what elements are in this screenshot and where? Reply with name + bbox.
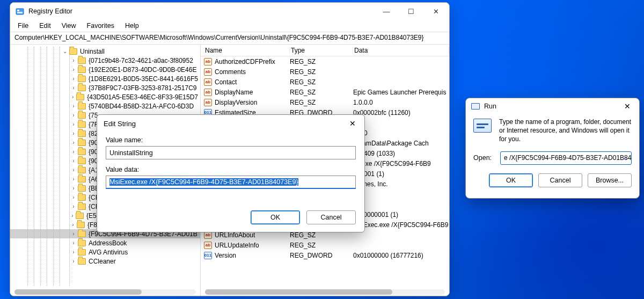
cancel-button[interactable]: Cancel: [306, 210, 356, 224]
expander-icon[interactable]: ›: [70, 112, 77, 118]
value-data: Games, Inc.: [353, 180, 449, 188]
address-bar[interactable]: Computer\HKEY_LOCAL_MACHINE\SOFTWARE\Mic…: [10, 32, 449, 45]
tree-label: {5740BD44-B58D-321A-AFC0-6D3D: [89, 103, 194, 110]
titlebar[interactable]: Registry Editor — ☐ ✕: [10, 3, 449, 20]
col-type[interactable]: Type: [290, 47, 353, 54]
expander-icon[interactable]: ›: [70, 222, 76, 228]
string-value-icon: ab: [204, 99, 212, 106]
tree-label: {1D8E6291-B0D5-35EC-8441-6616F5: [89, 75, 198, 83]
tree-node[interactable]: ›CCleaner: [10, 257, 200, 266]
expander-icon[interactable]: ›: [70, 103, 77, 109]
chevron-down-icon[interactable]: ⌄: [623, 155, 628, 162]
folder-icon: [78, 103, 86, 110]
expander-icon[interactable]: ›: [70, 203, 77, 209]
value-row[interactable]: 011VersionREG_DWORD0x01000000 (16777216): [201, 250, 449, 260]
value-name-input[interactable]: [106, 146, 356, 159]
value-name-cell: abComments: [204, 68, 290, 76]
value-name-cell: 011Version: [204, 252, 290, 259]
value-name-cell: abDisplayVersion: [204, 99, 290, 106]
ok-button[interactable]: OK: [251, 210, 300, 224]
expander-icon[interactable]: ›: [70, 76, 77, 82]
expander-icon[interactable]: ›: [70, 240, 77, 246]
value-data-input[interactable]: MsiExec.exe /X{F9C5C994-F6B9-4D75-B3E7-A…: [106, 176, 356, 189]
tree-node[interactable]: ›{192E20E1-D873-40DC-9D0B-0E46E: [10, 65, 200, 74]
menu-help[interactable]: Help: [121, 21, 143, 31]
value-type: REG_SZ: [290, 99, 353, 106]
dialog-close-button[interactable]: ✕: [344, 116, 361, 130]
value-row[interactable]: abURLUpdateInfoREG_SZ: [201, 240, 449, 250]
run-title-icon: [471, 103, 480, 110]
expander-icon[interactable]: ›: [70, 94, 75, 100]
menu-file[interactable]: File: [13, 21, 33, 31]
minimize-button[interactable]: —: [374, 3, 399, 20]
folder-icon: [78, 249, 86, 256]
value-row[interactable]: abDisplayVersionREG_SZ1.0.0.0: [201, 97, 449, 107]
run-browse-button[interactable]: Browse...: [588, 173, 632, 187]
value-name: DisplayName: [215, 89, 253, 96]
tree-node[interactable]: ›{071c9b48-7c32-4621-a0ac-3f80952: [10, 56, 200, 65]
expander-icon[interactable]: ›: [70, 85, 77, 91]
expander-icon[interactable]: ⌄: [62, 48, 68, 54]
col-data[interactable]: Data: [353, 47, 449, 54]
value-data: 0x01000000 (16777216): [353, 252, 449, 259]
expander-icon[interactable]: ›: [70, 194, 77, 200]
tree-node[interactable]: ›AVG Antivirus: [10, 247, 200, 257]
folder-icon: [76, 94, 84, 100]
run-cancel-button[interactable]: Cancel: [538, 173, 582, 187]
tree-h-scrollbar[interactable]: [14, 289, 196, 295]
expander-icon[interactable]: ›: [70, 249, 77, 255]
tree-node[interactable]: ›{37B8F9C7-03FB-3253-8781-2517C9: [10, 83, 200, 92]
tree-node[interactable]: ›{5740BD44-B58D-321A-AFC0-6D3D: [10, 101, 200, 111]
run-icon: [473, 119, 492, 133]
expander-icon[interactable]: ›: [70, 231, 77, 237]
expander-icon[interactable]: ›: [70, 258, 77, 264]
dialog-title: Edit String: [104, 120, 344, 128]
edit-string-dialog: Edit String ✕ Value name: Value data: Ms…: [97, 114, 365, 232]
expander-icon[interactable]: ›: [70, 67, 77, 72]
expander-icon[interactable]: ›: [70, 158, 77, 164]
expander-icon[interactable]: ›: [70, 167, 77, 173]
menubar: File Edit View Favorites Help: [10, 20, 449, 32]
folder-icon: [78, 130, 86, 137]
expander-icon[interactable]: ›: [70, 185, 77, 191]
value-type: REG_SZ: [290, 78, 353, 86]
run-description: Type the name of a program, folder, docu…: [499, 118, 632, 144]
folder-icon: [78, 185, 86, 192]
value-row[interactable]: abCommentsREG_SZ: [201, 67, 449, 77]
value-row[interactable]: abContactREG_SZ: [201, 77, 449, 87]
tree-node[interactable]: ›{43D501A5-E5E3-46EC-8F33-9E15D7: [10, 92, 200, 101]
expander-icon[interactable]: ›: [70, 130, 77, 136]
value-data: ogramData\Package Cach: [353, 140, 449, 147]
run-close-button[interactable]: ✕: [619, 99, 636, 113]
folder-icon: [78, 176, 86, 183]
expander-icon[interactable]: ›: [70, 149, 77, 155]
open-combobox[interactable]: e /X{F9C5C994-F6B9-4D75-B3E7-AD01B84073E…: [500, 151, 632, 165]
value-name: URLUpdateInfo: [215, 242, 259, 249]
folder-icon: [78, 231, 86, 237]
expander-icon[interactable]: ›: [70, 176, 77, 182]
tree-node[interactable]: ›AddressBook: [10, 238, 200, 247]
expander-icon[interactable]: ›: [70, 57, 77, 63]
values-header[interactable]: Name Type Data: [201, 45, 449, 56]
value-row[interactable]: abAuthorizedCDFPrefixREG_SZ: [201, 56, 449, 67]
folder-icon: [78, 85, 86, 91]
menu-view[interactable]: View: [57, 21, 80, 31]
maximize-button[interactable]: ☐: [399, 3, 423, 20]
col-name[interactable]: Name: [204, 47, 290, 54]
menu-edit[interactable]: Edit: [35, 21, 55, 31]
close-button[interactable]: ✕: [423, 3, 448, 20]
value-name: Comments: [215, 68, 246, 76]
value-row[interactable]: abDisplayNameREG_SZEpic Games Launcher P…: [201, 87, 449, 97]
menu-favorites[interactable]: Favorites: [83, 21, 119, 31]
svg-rect-0: [16, 9, 24, 14]
values-h-scrollbar[interactable]: [205, 289, 445, 295]
expander-icon[interactable]: ›: [70, 213, 75, 218]
expander-icon[interactable]: ›: [70, 121, 77, 127]
run-ok-button[interactable]: OK: [489, 173, 533, 187]
tree-node-uninstall[interactable]: ⌄ Uninstall: [10, 47, 200, 56]
tree-node[interactable]: ›{1D8E6291-B0D5-35EC-8441-6616F5: [10, 74, 200, 83]
run-title: Run: [484, 103, 619, 110]
expander-icon[interactable]: ›: [70, 140, 77, 145]
tree-label: CCleaner: [89, 258, 116, 265]
folder-icon: [69, 48, 77, 55]
